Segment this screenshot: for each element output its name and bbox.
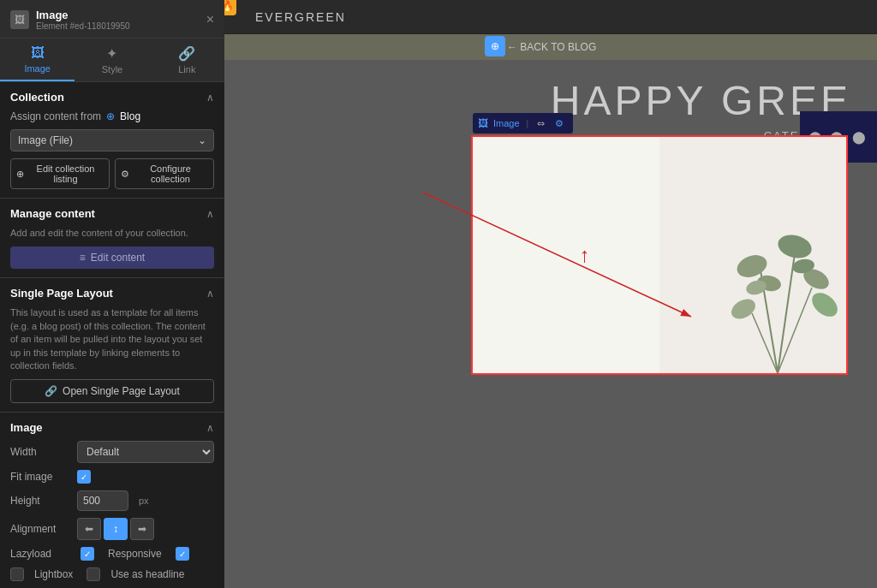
- panel-header-info: Image Element #ed-118019950: [36, 9, 130, 31]
- align-right-button[interactable]: ➡: [130, 518, 154, 540]
- height-row: Height px: [10, 490, 214, 511]
- edit-content-button[interactable]: ≡ Edit content: [10, 246, 214, 269]
- align-left-button[interactable]: ⬅: [77, 518, 101, 540]
- panel-close-button[interactable]: ×: [206, 13, 214, 27]
- lazyload-label: Lazyload: [10, 548, 70, 560]
- assign-row: Assign content from ⊕ Blog: [10, 110, 214, 122]
- lightbox-checkbox[interactable]: [10, 567, 24, 581]
- left-panel: 🖼 Image Element #ed-118019950 × 🖼 Image …: [0, 0, 224, 588]
- eucalyptus-svg: [709, 185, 846, 373]
- fit-image-checkbox[interactable]: ✓: [77, 470, 91, 484]
- tab-image[interactable]: 🖼 Image: [0, 39, 75, 81]
- lightbox-group: Lightbox: [10, 567, 73, 581]
- tab-image-icon: 🖼: [31, 45, 45, 61]
- tab-link[interactable]: 🔗 Link: [150, 39, 224, 81]
- assign-source: Blog: [120, 110, 140, 122]
- lightbox-label: Lightbox: [34, 568, 73, 580]
- image-tb-settings-button[interactable]: ⚙: [551, 116, 568, 131]
- svg-point-10: [808, 288, 842, 322]
- collection-section: Collection ∧ Assign content from ⊕ Blog …: [0, 82, 224, 199]
- open-single-page-button[interactable]: 🔗 Open Single Page Layout: [10, 379, 214, 403]
- height-input[interactable]: [77, 490, 128, 511]
- configure-collection-label: Configure collection: [133, 163, 208, 184]
- edit-content-label: Edit content: [91, 252, 145, 264]
- image-tb-img-icon: 🖼: [478, 117, 488, 129]
- image-props-section: Image ∧ Width Default Fit image ✓ Height…: [0, 413, 224, 588]
- flame-icon: 🔥: [224, 0, 236, 15]
- tab-style-icon: ✦: [106, 45, 117, 62]
- field-select[interactable]: Image (File) ⌄: [10, 129, 214, 151]
- lazyload-responsive-row: Lazyload ✓ Responsive ✓: [10, 547, 214, 561]
- configure-collection-button[interactable]: ⚙ Configure collection: [115, 158, 214, 189]
- svg-point-5: [775, 231, 814, 261]
- responsive-checkbox[interactable]: ✓: [176, 547, 189, 561]
- panel-header: 🖼 Image Element #ed-118019950 ×: [0, 0, 224, 39]
- headline-checkbox[interactable]: [87, 567, 100, 581]
- panel-image-icon: 🖼: [10, 10, 29, 29]
- manage-content-chevron-icon: ∧: [206, 208, 214, 220]
- list-icon: ≡: [80, 252, 86, 264]
- image-props-chevron-icon: ∧: [206, 422, 214, 434]
- panel-header-left: 🖼 Image Element #ed-118019950: [10, 9, 130, 31]
- back-bar-icon: ⊕: [485, 36, 505, 56]
- tab-link-icon: 🔗: [178, 45, 195, 62]
- lazyload-group: Lazyload ✓: [10, 547, 94, 561]
- manage-content-desc: Add and edit the content of your collect…: [10, 227, 214, 240]
- edit-listing-icon: ⊕: [16, 169, 24, 180]
- responsive-label: Responsive: [108, 548, 162, 560]
- image-tb-label: Image: [493, 118, 520, 128]
- width-select[interactable]: Default: [77, 441, 214, 463]
- collection-chevron-icon: ∧: [206, 92, 214, 104]
- alignment-group: ⬅ ↕ ➡: [77, 518, 154, 540]
- image-toolbar: 🖼 Image | ⇔ ⚙: [473, 113, 573, 134]
- fit-label: Fit image: [10, 471, 70, 483]
- responsive-group: Responsive ✓: [108, 547, 189, 561]
- tab-style-label: Style: [102, 64, 122, 74]
- tab-image-label: Image: [24, 63, 51, 74]
- image-tb-separator: |: [527, 119, 529, 128]
- image-props-title: Image: [10, 421, 43, 434]
- fit-image-row: Fit image ✓: [10, 470, 214, 484]
- panel-tabs: 🖼 Image ✦ Style 🔗 Link: [0, 39, 224, 82]
- image-element-box[interactable]: 🖼 Image | ⇔ ⚙: [471, 135, 848, 375]
- open-single-page-label: Open Single Page Layout: [63, 385, 180, 397]
- collection-section-header[interactable]: Collection ∧: [10, 91, 214, 104]
- edit-collection-listing-button[interactable]: ⊕ Edit collection listing: [10, 158, 110, 189]
- single-page-header[interactable]: Single Page Layout ∧: [10, 287, 214, 300]
- alignment-row: Alignment ⬅ ↕ ➡: [10, 518, 214, 540]
- height-unit: px: [139, 496, 149, 506]
- tab-style[interactable]: ✦ Style: [75, 39, 149, 81]
- panel-title: Image: [36, 9, 130, 21]
- configure-icon: ⚙: [121, 169, 129, 180]
- image-up-arrow: ↑: [580, 243, 590, 267]
- manage-content-section: Manage content ∧ Add and edit the conten…: [0, 199, 224, 278]
- back-to-blog-link[interactable]: ← BACK TO BLOG: [507, 41, 596, 53]
- svg-line-2: [778, 288, 812, 373]
- panel-subtitle: Element #ed-118019950: [36, 21, 130, 31]
- lightbox-headline-row: Lightbox Use as headline: [10, 567, 214, 581]
- headline-label: Use as headline: [110, 568, 184, 580]
- manage-content-header[interactable]: Manage content ∧: [10, 207, 214, 220]
- edit-collection-listing-label: Edit collection listing: [27, 163, 104, 184]
- canvas-main: HAPPY GREE CATEGORY 1 ⬤ ⬤ ⬤ 🖼 Image | ⇔ …: [224, 60, 877, 173]
- image-tb-move-button[interactable]: ⇔: [532, 116, 549, 131]
- collection-section-title: Collection: [10, 91, 64, 104]
- image-box-inner: [473, 137, 846, 373]
- width-value: Default: [77, 441, 214, 463]
- svg-line-3: [752, 313, 778, 373]
- link-chain-icon: 🔗: [45, 385, 57, 397]
- image-props-header[interactable]: Image ∧: [10, 421, 214, 434]
- select-arrow-icon: ⌄: [198, 134, 206, 146]
- lazyload-checkbox[interactable]: ✓: [81, 547, 94, 561]
- width-row: Width Default: [10, 441, 214, 463]
- width-label: Width: [10, 446, 70, 458]
- manage-content-title: Manage content: [10, 207, 95, 220]
- single-page-desc: This layout is used as a template for al…: [10, 306, 214, 372]
- field-select-value: Image (File): [18, 134, 73, 146]
- single-page-section: Single Page Layout ∧ This layout is used…: [0, 278, 224, 413]
- align-center-button[interactable]: ↕: [104, 518, 128, 540]
- single-page-title: Single Page Layout: [10, 287, 113, 300]
- canvas-area: ⊕ ← BACK TO BLOG HAPPY GREE CATEGORY 1 ⬤…: [224, 34, 877, 588]
- tab-link-label: Link: [178, 64, 195, 74]
- single-page-chevron-icon: ∧: [206, 288, 214, 300]
